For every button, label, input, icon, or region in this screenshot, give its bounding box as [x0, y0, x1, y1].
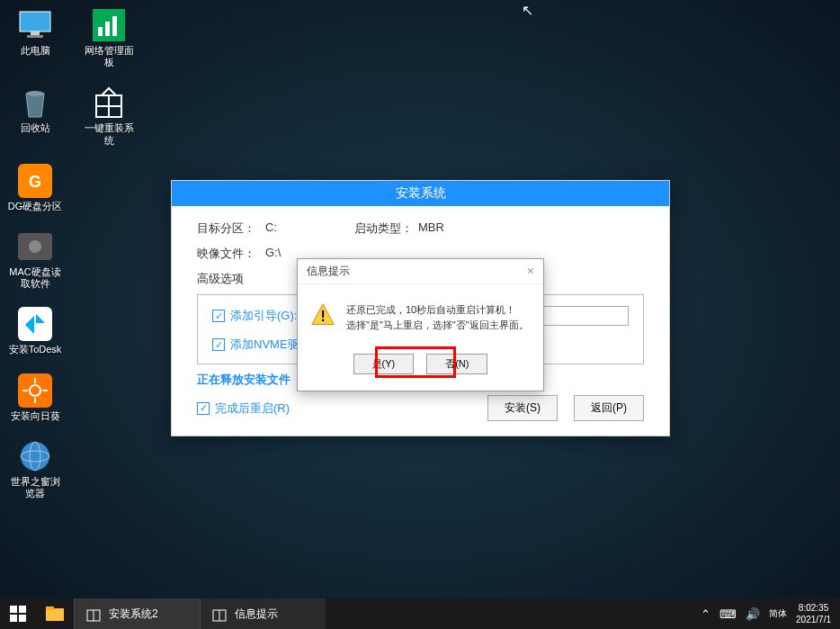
- folder-icon: [46, 607, 64, 621]
- yes-button[interactable]: 是(Y): [353, 354, 415, 374]
- cursor-icon: ↖: [522, 2, 533, 19]
- svg-rect-1: [31, 31, 40, 35]
- box-icon: [91, 85, 127, 121]
- checkbox-icon: ✓: [212, 338, 225, 351]
- todesk-icon: [17, 306, 53, 342]
- dialog-title: 信息提示: [307, 264, 350, 279]
- taskbar-item-label: 安装系统2: [109, 607, 158, 622]
- ime-indicator[interactable]: 简体: [769, 607, 787, 620]
- svg-rect-15: [18, 307, 52, 341]
- desktop-icon-browser[interactable]: 世界之窗浏览器: [7, 438, 63, 499]
- volume-icon[interactable]: 🔊: [746, 607, 760, 621]
- checkbox-label: 添加NVME驱: [230, 337, 299, 353]
- keyboard-icon[interactable]: ⌨: [719, 607, 737, 621]
- install-button[interactable]: 安装(S): [487, 395, 558, 421]
- svg-text:G: G: [29, 173, 41, 191]
- boot-type-label: 启动类型：: [354, 220, 413, 237]
- desktop-icon-sunflower[interactable]: 安装向日葵: [7, 373, 63, 422]
- drive-icon: [17, 229, 53, 265]
- svg-point-14: [29, 240, 41, 253]
- svg-rect-6: [112, 16, 117, 36]
- desktop-icons-area: 此电脑 网络管理面板 回收站 一键重装系统 G DG硬盘分区: [7, 7, 137, 499]
- svg-rect-30: [46, 608, 64, 621]
- target-partition-value: C:: [265, 220, 277, 237]
- icon-label: 安装向日葵: [11, 410, 60, 422]
- start-button[interactable]: [0, 598, 36, 629]
- desktop-icon-this-pc[interactable]: 此电脑: [7, 7, 63, 68]
- desktop-icon-todesk[interactable]: 安装ToDesk: [7, 306, 63, 355]
- icon-label: DG硬盘分区: [8, 201, 63, 212]
- svg-rect-31: [46, 607, 54, 610]
- message-dialog: 信息提示 × ! 还原已完成，10秒后自动重启计算机！ 选择"是"马上重启，选择…: [297, 258, 544, 391]
- checkbox-restart[interactable]: ✓ 完成后重启(R): [197, 400, 290, 417]
- taskbar: 安装系统2 信息提示 ⌃ ⌨ 🔊 简体 8:02:35 2021/7/1: [0, 598, 840, 629]
- target-partition-label: 目标分区：: [197, 220, 260, 237]
- chevron-up-icon[interactable]: ⌃: [701, 607, 710, 621]
- desktop-icon-reinstall[interactable]: 一键重装系统: [81, 85, 137, 146]
- boot-type-value: MBR: [418, 220, 444, 237]
- globe-icon: [17, 438, 53, 474]
- svg-rect-26: [10, 606, 17, 613]
- checkbox-label: 完成后重启(R): [215, 400, 290, 417]
- icon-label: 一键重装系统: [81, 122, 137, 146]
- back-button[interactable]: 返回(P): [574, 395, 644, 421]
- window-title: 安装系统: [172, 181, 669, 206]
- svg-rect-27: [19, 606, 26, 613]
- image-file-label: 映像文件：: [197, 246, 260, 262]
- no-button[interactable]: 否(N): [426, 354, 487, 374]
- time-text: 8:02:35: [796, 602, 831, 614]
- image-file-value: G:\: [265, 246, 281, 262]
- icon-label: 回收站: [21, 122, 50, 134]
- icon-label: MAC硬盘读取软件: [7, 266, 63, 290]
- trash-icon: [17, 85, 53, 121]
- warning-icon: !: [310, 302, 335, 328]
- svg-rect-0: [20, 12, 50, 31]
- svg-rect-29: [19, 615, 26, 622]
- desktop-icon-mac-disk[interactable]: MAC硬盘读取软件: [7, 229, 63, 290]
- clock[interactable]: 8:02:35 2021/7/1: [796, 602, 831, 625]
- box-icon: [211, 606, 228, 622]
- icon-label: 网络管理面板: [81, 45, 137, 68]
- svg-rect-5: [105, 22, 110, 36]
- dialog-message-line1: 还原已完成，10秒后自动重启计算机！: [346, 302, 529, 318]
- dialog-message-line2: 选择"是"马上重启，选择"否"返回主界面。: [346, 318, 529, 333]
- monitor-icon: [17, 7, 53, 43]
- dg-icon: G: [17, 163, 53, 199]
- system-tray: ⌃ ⌨ 🔊 简体 8:02:35 2021/7/1: [692, 598, 840, 629]
- taskbar-item-install[interactable]: 安装系统2: [74, 598, 200, 629]
- desktop-icon-dg[interactable]: G DG硬盘分区: [7, 163, 63, 212]
- close-button[interactable]: ×: [527, 264, 534, 279]
- icon-label: 安装ToDesk: [9, 344, 62, 355]
- taskbar-explorer[interactable]: [36, 598, 74, 629]
- sunflower-icon: [17, 373, 53, 409]
- date-text: 2021/7/1: [796, 614, 831, 625]
- desktop-icon-recycle-bin[interactable]: 回收站: [7, 85, 63, 146]
- desktop-icon-network-panel[interactable]: 网络管理面板: [81, 7, 137, 68]
- icon-label: 世界之窗浏览器: [7, 476, 63, 499]
- taskbar-item-msg[interactable]: 信息提示: [200, 598, 326, 629]
- svg-rect-2: [27, 35, 43, 38]
- checkbox-label: 添加引导(G):: [230, 308, 297, 324]
- svg-text:!: !: [320, 309, 325, 324]
- windows-icon: [10, 606, 26, 622]
- svg-rect-28: [10, 615, 17, 622]
- select-placeholder[interactable]: [530, 306, 629, 326]
- taskbar-item-label: 信息提示: [235, 607, 278, 622]
- box-icon: [85, 606, 102, 622]
- icon-label: 此电脑: [21, 45, 50, 57]
- chart-icon: [91, 7, 127, 43]
- checkbox-icon: ✓: [212, 310, 225, 322]
- svg-point-7: [26, 91, 44, 96]
- svg-point-22: [21, 442, 49, 471]
- checkbox-icon: ✓: [197, 402, 210, 415]
- svg-rect-4: [98, 27, 103, 36]
